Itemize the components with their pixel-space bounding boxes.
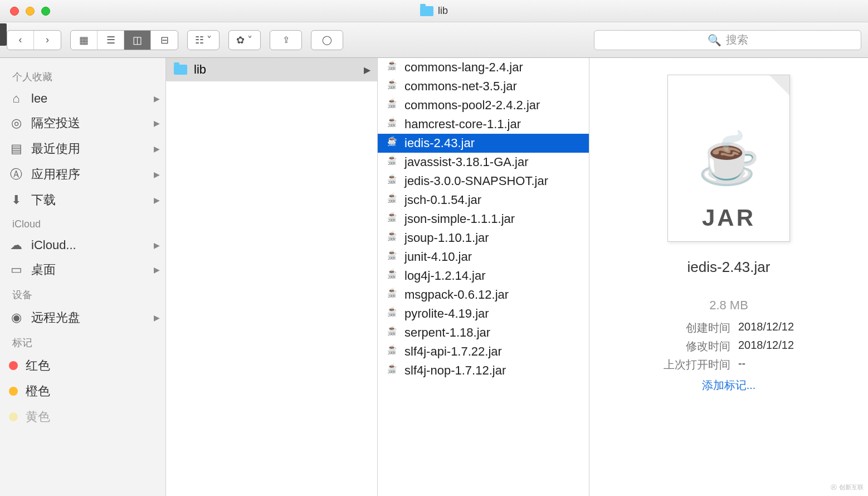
- file-name: hamcrest-core-1.1.jar: [404, 117, 521, 132]
- dot-orange-icon: [9, 387, 18, 396]
- sidebar-item-label: 橙色: [26, 383, 50, 400]
- jar-file-icon: ☕JAR: [386, 327, 398, 339]
- sidebar-item-label: iCloud...: [31, 238, 76, 252]
- jar-file-icon: ☕JAR: [386, 80, 398, 93]
- back-button[interactable]: ‹: [7, 31, 34, 50]
- file-name: iedis-2.43.jar: [404, 136, 475, 150]
- jar-file-icon: ☕JAR: [386, 364, 398, 377]
- forward-button[interactable]: ›: [34, 31, 61, 50]
- arrange-button[interactable]: ☷ ˅: [188, 31, 219, 50]
- file-name: jsch-0.1.54.jar: [404, 193, 481, 207]
- sidebar-tag-yellow[interactable]: 黄色: [0, 404, 165, 430]
- sidebar-item-recent[interactable]: ▤最近使用▶: [0, 136, 165, 162]
- gallery-view-button[interactable]: ⊟: [151, 31, 178, 50]
- jar-file-icon: ☕JAR: [386, 137, 398, 149]
- file-row[interactable]: ☕JARjunit-4.10.jar: [378, 247, 589, 266]
- jar-file-icon: ☕JAR: [386, 156, 398, 168]
- folder-row-lib[interactable]: lib ▶: [166, 58, 377, 81]
- list-view-button[interactable]: ☰: [97, 31, 124, 50]
- tags-button[interactable]: ◯: [311, 30, 343, 50]
- file-row[interactable]: ☕JARcommons-pool2-2.4.2.jar: [378, 96, 589, 115]
- preview-filename: iedis-2.43.jar: [687, 259, 771, 276]
- jar-file-icon: ☕JAR: [386, 289, 398, 301]
- titlebar: lib: [0, 0, 868, 22]
- file-row[interactable]: ☕JARjsch-0.1.54.jar: [378, 191, 589, 210]
- file-row[interactable]: ☕JARcommons-net-3.5.jar: [378, 77, 589, 96]
- icon-view-button[interactable]: ▦: [71, 31, 97, 50]
- file-row[interactable]: ☕JARhamcrest-core-1.1.jar: [378, 115, 589, 134]
- sidebar-item-label: 下载: [31, 192, 56, 208]
- nav-buttons: ‹ ›: [7, 30, 61, 50]
- meta-opened-value: --: [738, 357, 794, 372]
- search-input[interactable]: 🔍 搜索: [594, 30, 861, 50]
- preview-size: 2.8 MB: [709, 298, 748, 313]
- sidebar-item-home[interactable]: ⌂lee▶: [0, 87, 165, 110]
- file-name: commons-pool2-2.4.2.jar: [404, 98, 540, 113]
- column-folders: lib ▶: [166, 58, 378, 496]
- jar-file-icon: ☕JAR: [386, 99, 398, 111]
- file-name: commons-lang-2.4.jar: [404, 60, 523, 75]
- sidebar-item-label: 隔空投送: [31, 115, 80, 132]
- jar-file-icon: ☕JAR: [386, 270, 398, 282]
- file-row[interactable]: ☕JARjedis-3.0.0-SNAPSHOT.jar: [378, 172, 589, 191]
- downloads-icon: ⬇: [9, 193, 23, 207]
- sidebar-tag-red[interactable]: 红色: [0, 353, 165, 378]
- file-row[interactable]: ☕JARcommons-lang-2.4.jar: [378, 58, 589, 77]
- file-name: slf4j-nop-1.7.12.jar: [404, 363, 506, 378]
- sidebar-item-downloads[interactable]: ⬇下载▶: [0, 187, 165, 213]
- file-row[interactable]: ☕JARjavassist-3.18.1-GA.jar: [378, 153, 589, 172]
- close-button[interactable]: [10, 7, 19, 16]
- file-row[interactable]: ☕JARmsgpack-0.6.12.jar: [378, 285, 589, 304]
- file-row[interactable]: ☕JARserpent-1.18.jar: [378, 323, 589, 342]
- meta-modified-label: 修改时间: [664, 339, 730, 354]
- sidebar-item-apps[interactable]: Ⓐ应用程序▶: [0, 162, 165, 187]
- file-row[interactable]: ☕JARlog4j-1.2.14.jar: [378, 266, 589, 285]
- file-row[interactable]: ☕JARslf4j-nop-1.7.12.jar: [378, 361, 589, 380]
- file-name: javassist-3.18.1-GA.jar: [404, 155, 529, 169]
- sidebar-section-favorites: 个人收藏: [0, 65, 165, 87]
- file-row[interactable]: ☕JARiedis-2.43.jar: [378, 134, 589, 153]
- sidebar-item-airdrop[interactable]: ◎隔空投送▶: [0, 110, 165, 136]
- preview-meta: 创建时间 2018/12/12 修改时间 2018/12/12 上次打开时间 -…: [664, 320, 794, 372]
- file-name: commons-net-3.5.jar: [404, 79, 517, 94]
- sidebar-tag-orange[interactable]: 橙色: [0, 378, 165, 404]
- file-row[interactable]: ☕JARjsoup-1.10.1.jar: [378, 228, 589, 247]
- maximize-button[interactable]: [41, 7, 50, 16]
- folder-icon: [420, 6, 433, 16]
- file-name: slf4j-api-1.7.22.jar: [404, 344, 502, 359]
- watermark-text: 创新互联: [839, 483, 864, 492]
- sidebar-section-tags: 标记: [0, 330, 165, 353]
- jar-file-icon: ☕JAR: [386, 213, 398, 225]
- sidebar-item-label: lee: [31, 91, 47, 106]
- preview-pane: ☕ JAR iedis-2.43.jar 2.8 MB 创建时间 2018/12…: [589, 58, 868, 496]
- dot-yellow-icon: [9, 412, 18, 421]
- sidebar-item-label: 应用程序: [31, 166, 80, 183]
- column-view-button[interactable]: ◫: [124, 31, 151, 50]
- share-button[interactable]: ⇪: [270, 30, 302, 50]
- sidebar-section-devices: 设备: [0, 283, 165, 305]
- jar-file-icon: ☕JAR: [386, 175, 398, 187]
- file-row[interactable]: ☕JARjson-simple-1.1.1.jar: [378, 210, 589, 228]
- file-name: log4j-1.2.14.jar: [404, 269, 486, 283]
- action-button[interactable]: ✿ ˅: [229, 31, 260, 50]
- sidebar-item-desktop[interactable]: ▭桌面▶: [0, 257, 165, 283]
- action-group: ✿ ˅: [228, 30, 261, 50]
- file-name: pyrolite-4.19.jar: [404, 307, 489, 321]
- chevron-right-icon: ▶: [154, 144, 160, 153]
- meta-opened-label: 上次打开时间: [664, 357, 730, 372]
- minimize-button[interactable]: [26, 7, 35, 16]
- file-row[interactable]: ☕JARslf4j-api-1.7.22.jar: [378, 342, 589, 361]
- file-row[interactable]: ☕JARpyrolite-4.19.jar: [378, 304, 589, 323]
- chevron-right-icon: ▶: [154, 241, 160, 250]
- add-tag-link[interactable]: 添加标记...: [702, 378, 756, 393]
- search-icon: 🔍: [708, 33, 721, 47]
- file-name: msgpack-0.6.12.jar: [404, 288, 509, 302]
- jar-file-icon: ☕JAR: [386, 308, 398, 320]
- chevron-right-icon: ▶: [154, 196, 160, 205]
- sidebar: 个人收藏 ⌂lee▶ ◎隔空投送▶ ▤最近使用▶ Ⓐ应用程序▶ ⬇下载▶ iCl…: [0, 58, 166, 496]
- desktop-icon: ▭: [9, 262, 23, 277]
- sidebar-item-remote-disc[interactable]: ◉远程光盘▶: [0, 305, 165, 330]
- sidebar-item-icloud[interactable]: ☁iCloud...▶: [0, 234, 165, 257]
- preview-doc-icon: ☕ JAR: [667, 75, 790, 242]
- sidebar-item-label: 桌面: [31, 261, 56, 278]
